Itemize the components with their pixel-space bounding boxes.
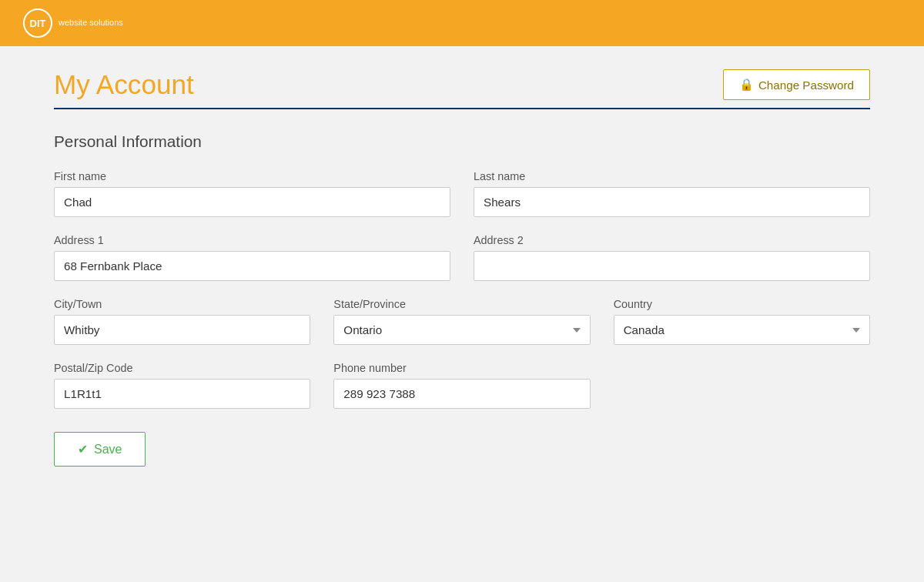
name-row: First name Last name [54, 170, 870, 217]
city-label: City/Town [54, 298, 310, 310]
phone-input[interactable] [333, 379, 590, 409]
state-label: State/Province [333, 298, 590, 310]
city-state-country-row: City/Town State/Province Ontario British… [54, 298, 870, 345]
save-label: Save [94, 443, 122, 457]
address-row: Address 1 Address 2 [54, 234, 870, 281]
address2-input[interactable] [474, 251, 870, 281]
state-select[interactable]: Ontario British Columbia Alberta Quebec [333, 315, 590, 345]
city-group: City/Town [54, 298, 310, 345]
personal-information-section: Personal Information First name Last nam… [54, 132, 870, 467]
city-input[interactable] [54, 315, 310, 345]
first-name-group: First name [54, 170, 450, 217]
first-name-label: First name [54, 170, 450, 182]
postal-label: Postal/Zip Code [54, 362, 310, 374]
section-title: Personal Information [54, 132, 870, 151]
page-title: My Account [54, 69, 194, 100]
phone-label: Phone number [333, 362, 590, 374]
lock-icon: 🔒 [739, 78, 754, 92]
logo-icon: DIT [23, 8, 52, 38]
address2-group: Address 2 [474, 234, 870, 281]
last-name-label: Last name [474, 170, 870, 182]
postal-group: Postal/Zip Code [54, 362, 310, 409]
save-button[interactable]: ✔ Save [54, 432, 146, 467]
country-group: Country Canada United States United King… [614, 298, 870, 345]
address1-label: Address 1 [54, 234, 450, 246]
country-select[interactable]: Canada United States United Kingdom Aust… [614, 315, 870, 345]
page-header: My Account 🔒 Change Password [54, 69, 870, 100]
main-content: My Account 🔒 Change Password Personal In… [38, 46, 886, 497]
postal-input[interactable] [54, 379, 310, 409]
logo-subtext: website solutions [59, 18, 123, 28]
section-divider [54, 108, 870, 109]
address1-group: Address 1 [54, 234, 450, 281]
last-name-group: Last name [474, 170, 870, 217]
address2-label: Address 2 [474, 234, 870, 246]
postal-phone-row: Postal/Zip Code Phone number [54, 362, 870, 409]
checkmark-icon: ✔ [78, 442, 88, 457]
phone-group: Phone number [333, 362, 590, 409]
change-password-label: Change Password [758, 79, 854, 92]
first-name-input[interactable] [54, 187, 450, 217]
address1-input[interactable] [54, 251, 450, 281]
change-password-button[interactable]: 🔒 Change Password [723, 69, 870, 100]
state-group: State/Province Ontario British Columbia … [333, 298, 590, 345]
header: DIT website solutions [0, 0, 924, 46]
country-label: Country [614, 298, 870, 310]
last-name-input[interactable] [474, 187, 870, 217]
